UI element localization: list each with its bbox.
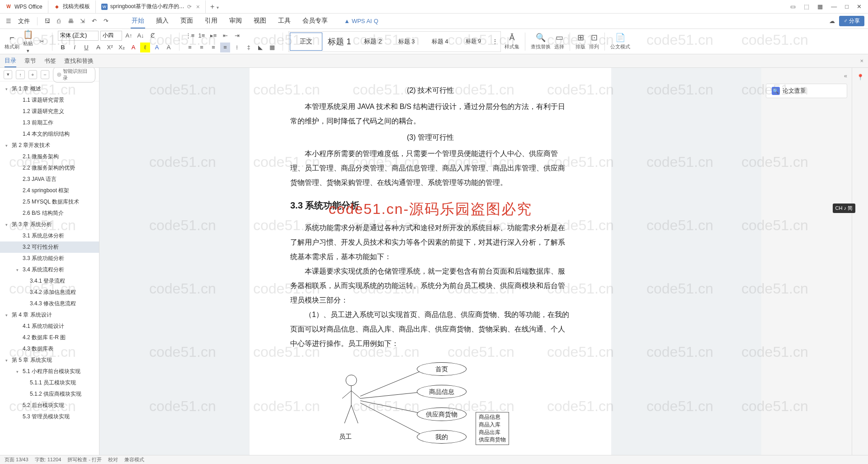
new-tab-button[interactable]: + ▾ [206,3,223,11]
status-page[interactable]: 页面 13/43 [5,456,28,463]
toc-item[interactable]: 1.3 前期工作 [0,117,99,128]
minimize-button[interactable]: — [831,3,837,10]
toc-item[interactable]: 2.6 B/S 结构简介 [0,208,99,219]
toc-item[interactable]: ▾第 2 章开发技术 [0,140,99,151]
align-left-icon[interactable]: ≡ [185,43,195,52]
italic-button[interactable]: I [70,43,80,52]
tab-start[interactable]: 开始 [131,14,145,28]
smart-toc-button[interactable]: ◎ 智能识别目录 [53,68,95,83]
arrange-button[interactable]: ⊡排列 [589,33,599,50]
tab-wps[interactable]: WWPS Office [0,0,48,13]
toc-item[interactable]: 3.1 系统总体分析 [0,230,99,241]
toc-item[interactable]: ▾3.4 系统流程分析 [0,264,99,275]
nav-close-icon[interactable]: × [860,57,863,64]
tab-document[interactable]: Wspringboot基于微信小程序的…⟳× [96,0,206,13]
shading-icon[interactable]: ◣ [255,43,265,52]
style-gallery[interactable]: 正文 标题 1 标题 2 标题 3 标题 4 标题 9 ⋮ [288,31,501,52]
font-size-select[interactable] [100,31,122,41]
subscript-button[interactable]: X₂ [117,43,127,52]
nav-tab-bookmark[interactable]: 书签 [44,55,56,67]
bold-button[interactable]: B [58,43,68,52]
panel-collapse-icon[interactable]: « [766,72,847,79]
share-button[interactable]: ♂ 分享 [839,16,864,26]
maximize-button[interactable]: □ [845,3,849,10]
cut-icon[interactable]: ✂ [37,37,47,47]
document-area[interactable]: (2) 技术可行性 本管理系统采用 JAVA 技术和 B/S 结构进行设计，通过… [99,68,761,455]
tab-member[interactable]: 会员专享 [302,14,329,28]
toc-item[interactable]: 5.1.1 员工模块实现 [0,377,99,388]
toc-item[interactable]: ▾第 5 章 系统实现 [0,355,99,366]
tab-reference[interactable]: 引用 [204,14,218,28]
tab-view[interactable]: 视图 [253,14,267,28]
gov-doc-button[interactable]: 📄公文模式 [610,33,630,50]
bullet-list-icon[interactable]: ⋮≡ [185,31,195,41]
align-right-icon[interactable]: ≡ [208,43,218,52]
toc-item[interactable]: 2.4 springboot 框架 [0,185,99,196]
style-h2[interactable]: 标题 2 [357,33,389,51]
tab-refresh-icon[interactable]: ⟳ [187,4,192,10]
toc-item[interactable]: 3.4.3 修改信息流程 [0,298,99,309]
close-window-button[interactable]: ✕ [857,3,862,10]
toc-up-icon[interactable]: ↑ [16,70,24,79]
toc-item[interactable]: 2.3 JAVA 语言 [0,174,99,185]
text-effects-button[interactable]: A [152,43,162,52]
find-replace-button[interactable]: 🔍查找替换 [531,33,551,50]
toc-item[interactable]: 1.2 课题研究意义 [0,106,99,117]
status-spell[interactable]: 拼写检查 - 打开 [67,456,102,463]
toc-item[interactable]: 4.2 数据库 E-R 图 [0,332,99,343]
toc-item[interactable]: 5.3 管理员模块实现 [0,411,99,422]
style-body[interactable]: 正文 [290,33,322,51]
indent-right-icon[interactable]: ⇥ [232,31,242,41]
align-center-icon[interactable]: ≡ [197,43,207,52]
tab-page[interactable]: 页面 [179,14,194,28]
style-h4[interactable]: 标题 4 [424,33,456,51]
style-set-button[interactable]: Ā样式集 [505,33,519,50]
border-icon[interactable]: ▦ [267,43,277,52]
status-words[interactable]: 字数: 11204 [35,456,61,463]
highlight-button[interactable]: ℓ [140,43,150,52]
nav-tab-toc[interactable]: 目录 [5,55,16,67]
style-h3[interactable]: 标题 3 [390,33,423,51]
print-preview-icon[interactable]: ⎙ [54,16,64,26]
toc-remove-icon[interactable]: − [41,70,49,79]
font-name-select[interactable] [58,31,99,41]
tab-review[interactable]: 审阅 [228,14,243,28]
undo-icon[interactable]: ↶ [89,16,99,26]
toc-item[interactable]: 4.1 系统功能设计 [0,321,99,332]
style-h9[interactable]: 标题 9 [457,33,490,51]
decrease-font-icon[interactable]: A↓ [136,31,146,41]
nav-tab-find[interactable]: 查找和替换 [64,55,94,67]
toc-item[interactable]: ▾第 3 章 系统分析 [0,219,99,230]
superscript-button[interactable]: X² [105,43,115,52]
toc-item[interactable]: 3.4.2 添加信息流程 [0,287,99,298]
indent-left-icon[interactable]: ⇤ [220,31,230,41]
number-list-icon[interactable]: 1≡ [197,31,207,41]
increase-font-icon[interactable]: A↑ [124,31,134,41]
select-button[interactable]: ▭选择 [554,33,564,50]
paste-button[interactable]: 📋粘贴▾ [23,29,33,54]
tab-insert[interactable]: 插入 [155,14,170,28]
toc-item[interactable]: 2.2 微服务架构的优势 [0,162,99,174]
cloud-icon[interactable]: ☁ [827,16,837,26]
tab-tools[interactable]: 工具 [277,14,292,28]
status-mode[interactable]: 兼容模式 [124,456,144,463]
paper-check-button[interactable]: 🔍论文查重 [766,84,847,98]
save-icon[interactable]: 🖫 [42,16,52,26]
align-justify-icon[interactable]: ≡ [220,43,230,52]
toc-item[interactable]: 5.2 后台模块实现 [0,400,99,411]
toc-item[interactable]: 1.1 课题研究背景 [0,95,99,106]
toc-item[interactable]: ▾第 1 章 概述 [0,83,99,95]
nav-tab-chapter[interactable]: 章节 [24,55,36,67]
close-icon[interactable]: × [196,3,200,10]
window-app-icon[interactable]: ▦ [817,3,823,10]
toc-item[interactable]: ▾第 4 章 系统设计 [0,309,99,321]
underline-button[interactable]: U [81,43,91,52]
sort-button[interactable]: ⊞排版 [576,33,585,50]
style-more-icon[interactable]: ⋮ [491,33,500,51]
line-spacing-icon[interactable]: ‡ [244,43,254,52]
font-border-button[interactable]: A [164,43,174,52]
toc-item[interactable]: 1.4 本文的组织结构 [0,128,99,140]
style-h1[interactable]: 标题 1 [323,33,356,51]
export-icon[interactable]: ⇲ [77,16,87,26]
toc-collapse-icon[interactable]: ▾ [4,70,12,79]
